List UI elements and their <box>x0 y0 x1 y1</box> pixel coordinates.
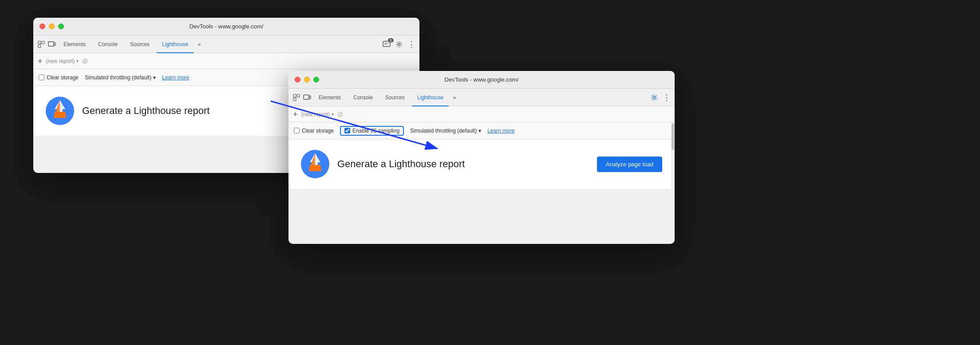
tab-sources-back[interactable]: Sources <box>125 35 155 53</box>
throttle-select-front[interactable]: Simulated throttling (default) ▾ <box>410 128 481 134</box>
close-button-front[interactable] <box>295 77 300 82</box>
generate-report-label-back: Generate a Lighthouse report <box>82 105 209 117</box>
title-bar-front: DevTools - www.google.com/ <box>288 71 675 89</box>
selector-icon-front[interactable] <box>292 93 301 102</box>
tab-overflow-front[interactable]: » <box>450 94 459 101</box>
svg-rect-17 <box>304 95 309 99</box>
svg-rect-18 <box>309 96 311 99</box>
svg-point-19 <box>653 96 656 99</box>
dropdown-caret-front: ▾ <box>332 112 334 117</box>
tab-elements-back[interactable]: Elements <box>58 35 91 53</box>
toolbar-settings-back: 1 ⋮ <box>382 40 416 49</box>
window-title-front: DevTools - www.google.com/ <box>445 76 519 83</box>
window-title-back: DevTools - www.google.com/ <box>190 23 264 30</box>
device-icon-front[interactable] <box>303 93 312 102</box>
selector-icon-back[interactable] <box>37 40 46 49</box>
throttle-caret-front: ▾ <box>478 128 481 134</box>
devtools-window-front: DevTools - www.google.com/ Elements Cons… <box>288 71 675 244</box>
throttle-select-back[interactable]: Simulated throttling (default) ▾ <box>85 74 156 81</box>
dots-icon-front[interactable]: ⋮ <box>662 93 671 102</box>
svg-rect-4 <box>54 43 55 46</box>
lighthouse-logo-front <box>301 150 329 178</box>
svg-rect-1 <box>42 41 44 44</box>
add-report-button-front[interactable]: + <box>293 110 298 118</box>
report-bar-front: + (new report) ▾ ⊘ <box>288 106 675 122</box>
analyze-button-front[interactable]: Analyze page load <box>597 157 662 172</box>
enable-js-sampling-group[interactable]: Enable JS sampling <box>340 126 404 136</box>
tab-console-front[interactable]: Console <box>348 89 378 106</box>
svg-rect-14 <box>293 94 296 97</box>
main-content-front: Generate a Lighthouse report Analyze pag… <box>288 139 675 189</box>
toolbar-settings-front: ⋮ <box>650 93 671 102</box>
report-dropdown-back[interactable]: (new report) ▾ <box>46 58 79 64</box>
tab-console-back[interactable]: Console <box>93 35 123 53</box>
clear-storage-checkbox-back[interactable]: Clear storage <box>39 74 79 81</box>
report-bar-back: + (new report) ▾ ⊘ <box>33 53 419 69</box>
enable-js-sampling-input[interactable] <box>344 128 350 133</box>
scrollbar-front <box>671 122 675 244</box>
svg-rect-0 <box>38 41 41 44</box>
clear-report-button-front[interactable]: ⊘ <box>337 110 343 118</box>
gear-icon-front[interactable] <box>650 93 659 102</box>
report-dropdown-front[interactable]: (new report) ▾ <box>301 111 334 118</box>
dropdown-caret-back: ▾ <box>76 59 79 63</box>
learn-more-link-front[interactable]: Learn more <box>487 128 514 134</box>
title-bar-back: DevTools - www.google.com/ <box>33 18 419 35</box>
tab-elements-front[interactable]: Elements <box>313 89 346 106</box>
device-icon-back[interactable] <box>47 40 56 49</box>
svg-rect-15 <box>297 94 300 97</box>
window-controls-front <box>295 77 319 82</box>
throttle-caret-back: ▾ <box>153 74 156 81</box>
toolbar-front: Elements Console Sources Lighthouse » ⋮ <box>288 89 675 106</box>
maximize-button-back[interactable] <box>58 24 64 29</box>
svg-rect-16 <box>293 98 296 101</box>
tab-overflow-back[interactable]: » <box>195 41 204 47</box>
chat-icon-back[interactable]: 1 <box>382 40 391 49</box>
svg-rect-2 <box>38 45 41 47</box>
minimize-button-back[interactable] <box>49 24 55 29</box>
close-button-back[interactable] <box>40 24 45 29</box>
tab-lighthouse-front[interactable]: Lighthouse <box>412 89 449 106</box>
svg-point-8 <box>398 43 400 45</box>
add-report-button-back[interactable]: + <box>38 57 43 65</box>
minimize-button-front[interactable] <box>304 77 310 82</box>
dots-icon-back[interactable]: ⋮ <box>407 40 416 49</box>
svg-rect-3 <box>48 42 54 46</box>
clear-storage-input-front[interactable] <box>294 128 300 133</box>
badge-back: 1 <box>388 38 394 43</box>
maximize-button-front[interactable] <box>313 77 319 82</box>
options-bar-front: Clear storage Enable JS sampling Simulat… <box>288 122 675 139</box>
lighthouse-logo-back <box>46 97 74 125</box>
gear-icon-back[interactable] <box>395 40 403 49</box>
toolbar-back: Elements Console Sources Lighthouse » 1 <box>33 35 419 53</box>
clear-storage-checkbox-front[interactable]: Clear storage <box>294 128 334 134</box>
generate-report-label-front: Generate a Lighthouse report <box>337 158 465 170</box>
tab-sources-front[interactable]: Sources <box>380 89 410 106</box>
scrollbar-thumb-front[interactable] <box>672 123 674 150</box>
clear-storage-input-back[interactable] <box>39 74 44 80</box>
tab-lighthouse-back[interactable]: Lighthouse <box>157 35 194 53</box>
window-controls-back <box>40 24 64 29</box>
learn-more-link-back[interactable]: Learn more <box>162 74 189 81</box>
clear-report-button-back[interactable]: ⊘ <box>82 57 88 65</box>
